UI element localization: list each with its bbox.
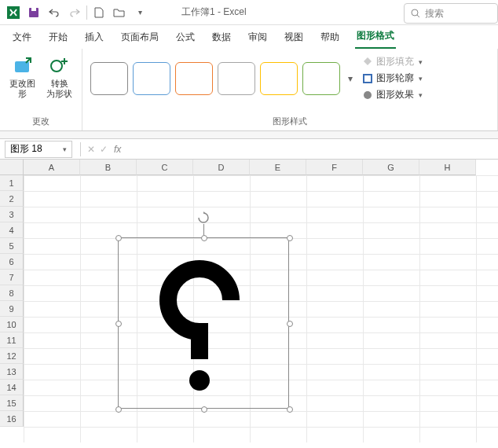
tab-5[interactable]: 数据: [211, 26, 233, 49]
undo-icon[interactable]: [47, 6, 61, 20]
shape-fill-button[interactable]: 图形填充▾: [362, 55, 423, 68]
formula-bar: 图形 18 ▾ ✕ ✓ fx: [0, 139, 498, 160]
svg-point-3: [412, 9, 418, 16]
row-header-4[interactable]: 4: [0, 222, 24, 238]
svg-point-8: [364, 91, 372, 99]
col-header-A[interactable]: A: [24, 160, 80, 175]
row-header-5[interactable]: 5: [0, 238, 24, 254]
shape-style-preset-3[interactable]: [175, 62, 213, 95]
fx-icon[interactable]: fx: [114, 144, 121, 155]
shape-style-preset-5[interactable]: [260, 62, 298, 95]
row-header-13[interactable]: 13: [0, 364, 24, 380]
confirm-icon: ✓: [100, 144, 108, 155]
row-header-3[interactable]: 3: [0, 207, 24, 222]
col-header-F[interactable]: F: [306, 160, 363, 175]
shape-effects-button[interactable]: 图形效果▾: [362, 88, 423, 101]
change-shape-icon: [12, 55, 34, 77]
row-header-6[interactable]: 6: [0, 254, 24, 270]
row-header-12[interactable]: 12: [0, 348, 24, 364]
ribbon: 更改图 形 转换 为形状 更改 ▾ 图形填充▾ 图形轮廓▾ 图形效果▾: [0, 49, 498, 131]
ribbon-group-change: 更改图 形 转换 为形状 更改: [0, 49, 82, 130]
shape-format-options: 图形填充▾ 图形轮廓▾ 图形效果▾: [357, 52, 427, 105]
tab-1[interactable]: 开始: [47, 26, 69, 49]
col-header-D[interactable]: D: [193, 160, 250, 175]
tab-2[interactable]: 插入: [83, 26, 105, 49]
row-header-14[interactable]: 14: [0, 380, 24, 395]
tab-6[interactable]: 审阅: [247, 26, 269, 49]
tab-9[interactable]: 图形格式: [355, 24, 396, 49]
resize-handle-5[interactable]: [115, 406, 122, 413]
resize-handle-6[interactable]: [201, 406, 207, 413]
svg-line-4: [417, 15, 419, 17]
name-box[interactable]: 图形 18 ▾: [5, 141, 72, 158]
tab-7[interactable]: 视图: [283, 26, 305, 49]
svg-rect-7: [364, 75, 372, 83]
resize-handle-3[interactable]: [115, 321, 122, 327]
resize-handle-7[interactable]: [287, 406, 293, 413]
separator: [80, 142, 81, 156]
resize-handle-0[interactable]: [115, 235, 122, 241]
cancel-icon: ✕: [87, 144, 95, 155]
group-change-label: 更改: [32, 114, 49, 129]
ribbon-tabs: 文件开始插入页面布局公式数据审阅视图帮助图形格式: [0, 25, 498, 49]
col-header-B[interactable]: B: [80, 160, 137, 175]
rotate-handle[interactable]: [197, 211, 210, 224]
col-header-E[interactable]: E: [250, 160, 306, 175]
col-header-G[interactable]: G: [363, 160, 419, 175]
shape-style-preset-4[interactable]: [218, 62, 255, 95]
row-header-8[interactable]: 8: [0, 285, 24, 301]
tab-4[interactable]: 公式: [174, 26, 196, 49]
name-box-dropdown-icon[interactable]: ▾: [63, 145, 67, 153]
document-title: 工作簿1 - Excel: [181, 6, 247, 19]
redo-icon[interactable]: [68, 6, 82, 20]
col-header-H[interactable]: H: [419, 160, 476, 175]
row-header-7[interactable]: 7: [0, 270, 24, 285]
row-header-10[interactable]: 10: [0, 317, 24, 332]
group-styles-label: 图形样式: [273, 114, 307, 129]
convert-to-shape-button[interactable]: 转换 为形状: [43, 52, 75, 102]
tab-3[interactable]: 页面布局: [119, 26, 160, 49]
open-folder-icon[interactable]: [112, 6, 126, 20]
tab-8[interactable]: 帮助: [319, 26, 341, 49]
svg-point-6: [51, 61, 62, 72]
resize-handle-1[interactable]: [201, 235, 207, 241]
fill-icon: [362, 57, 373, 68]
shape-style-gallery: ▾: [89, 57, 357, 100]
question-mark-shape[interactable]: [156, 257, 251, 391]
shape-outline-button[interactable]: 图形轮廓▾: [362, 72, 423, 85]
row-header-9[interactable]: 9: [0, 301, 24, 317]
svg-point-9: [189, 370, 210, 391]
qat-customize-icon[interactable]: ▾: [133, 6, 147, 20]
col-header-C[interactable]: C: [137, 160, 193, 175]
resize-handle-2[interactable]: [287, 235, 293, 241]
save-icon[interactable]: [27, 6, 41, 20]
row-header-2[interactable]: 2: [0, 191, 24, 207]
separator: [86, 6, 87, 20]
ribbon-group-shape-styles: ▾ 图形填充▾ 图形轮廓▾ 图形效果▾ 图形样式: [82, 49, 498, 130]
convert-shape-icon: [49, 55, 71, 77]
search-placeholder: 搜索: [425, 7, 444, 20]
shape-style-preset-1[interactable]: [90, 62, 128, 95]
formula-bar-buttons: ✕ ✓: [84, 144, 111, 155]
search-icon: [411, 9, 420, 18]
row-header-15[interactable]: 15: [0, 395, 24, 411]
new-file-icon[interactable]: [92, 6, 106, 20]
excel-icon: [6, 6, 20, 20]
row-header-1[interactable]: 1: [0, 175, 24, 191]
shape-style-preset-2[interactable]: [133, 62, 170, 95]
select-all-corner[interactable]: [0, 160, 24, 175]
change-shape-label: 更改图 形: [9, 79, 35, 99]
change-shape-button[interactable]: 更改图 形: [6, 52, 38, 102]
svg-rect-2: [31, 8, 36, 11]
resize-handle-4[interactable]: [287, 321, 293, 327]
outline-icon: [362, 73, 373, 84]
tab-0[interactable]: 文件: [11, 26, 33, 49]
shape-style-preset-6[interactable]: [302, 62, 340, 95]
row-header-11[interactable]: 11: [0, 332, 24, 348]
effects-icon: [362, 90, 373, 101]
name-box-value: 图形 18: [10, 142, 42, 156]
row-header-16[interactable]: 16: [0, 411, 24, 427]
search-box[interactable]: 搜索: [404, 3, 498, 24]
gallery-expand-icon[interactable]: ▾: [345, 73, 356, 84]
title-bar: ▾ 工作簿1 - Excel 搜索: [0, 0, 498, 25]
